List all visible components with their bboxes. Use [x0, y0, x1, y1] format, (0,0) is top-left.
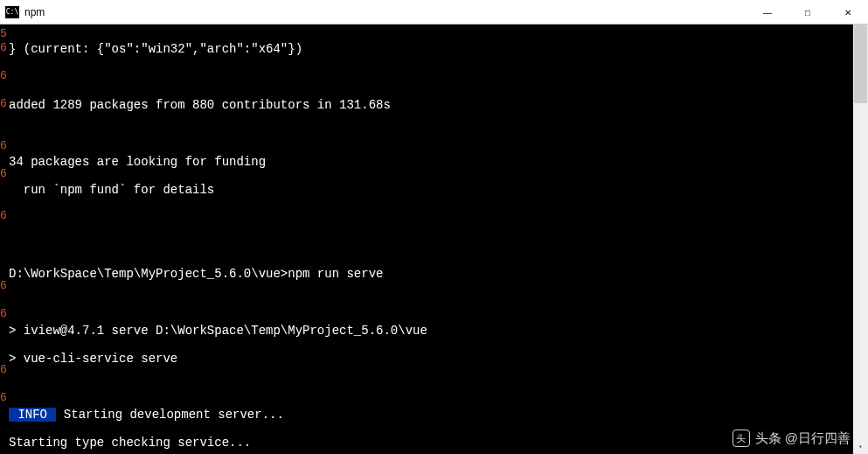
watermark-icon: 头 — [733, 430, 750, 447]
output-line — [9, 380, 868, 394]
title-bar: C:\ npm — □ ✕ — [0, 0, 868, 24]
output-line — [9, 295, 868, 309]
close-button[interactable]: ✕ — [828, 0, 868, 24]
output-line: added 1289 packages from 880 contributor… — [9, 98, 868, 112]
output-line — [9, 70, 868, 84]
output-line — [9, 239, 868, 253]
info-badge: INFO — [9, 408, 56, 422]
scrollbar-thumb[interactable] — [854, 24, 867, 103]
prompt-line: D:\WorkSpace\Temp\MyProject_5.6.0\vue>np… — [9, 267, 868, 281]
window-controls: — □ ✕ — [747, 0, 868, 24]
info-line: INFO Starting development server... — [9, 408, 868, 422]
terminal-output[interactable]: } (current: {"os":"win32","arch":"x64"})… — [0, 24, 868, 454]
output-line: > vue-cli-service serve — [9, 352, 868, 366]
output-line — [9, 211, 868, 225]
watermark: 头 头条 @日行四善 — [733, 430, 851, 447]
vertical-scrollbar[interactable]: ▴ ▾ — [853, 24, 868, 454]
output-line: } (current: {"os":"win32","arch":"x64"}) — [9, 42, 868, 56]
output-line — [9, 127, 868, 141]
minimize-button[interactable]: — — [747, 0, 788, 24]
output-line: 34 packages are looking for funding — [9, 155, 868, 169]
cmd-icon: C:\ — [5, 6, 19, 18]
left-margin-markers: 56666666666 — [0, 24, 7, 454]
output-line: > iview@4.7.1 serve D:\WorkSpace\Temp\My… — [9, 324, 868, 338]
window-title: npm — [24, 6, 747, 18]
info-text: Starting development server... — [56, 408, 283, 422]
watermark-text: 头条 @日行四善 — [755, 430, 851, 447]
scroll-down-arrow[interactable]: ▾ — [853, 439, 868, 454]
maximize-button[interactable]: □ — [788, 0, 828, 24]
output-line: run `npm fund` for details — [9, 183, 868, 197]
